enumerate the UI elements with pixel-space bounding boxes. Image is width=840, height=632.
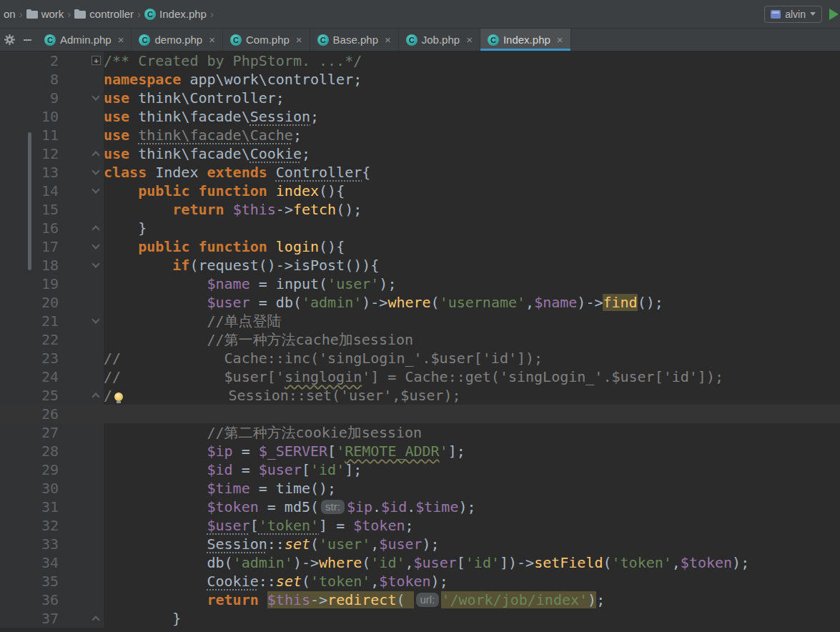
tab-index-php[interactable]: CIndex.php× [480, 29, 571, 51]
code-text[interactable]: /** Created by PhpStorm. ...*/ [104, 51, 840, 70]
code-line-12: 12use think\facade\Cookie; [0, 144, 840, 163]
breadcrumb-separator: › [137, 8, 141, 20]
code-line-36: 36 return $this->redirect( url:'/work/jo… [0, 591, 840, 609]
code-token: -> [276, 201, 293, 218]
fold-up-icon[interactable] [92, 616, 99, 623]
code-line-37: 37 } [0, 609, 840, 628]
tab-job-php[interactable]: CJob.php× [399, 29, 480, 51]
code-token: ; [293, 127, 302, 144]
code-text[interactable]: class Index extends Controller{ [104, 163, 840, 182]
close-icon[interactable]: × [557, 34, 563, 45]
gutter: 27 [0, 423, 104, 442]
run-button[interactable] [829, 9, 839, 20]
tab-admin-php[interactable]: CAdmin.php× [37, 29, 132, 51]
code-text[interactable]: $ip = $_SERVER['REMOTE_ADDR']; [104, 442, 840, 460]
run-configuration-selector[interactable]: alvin [764, 6, 822, 23]
fold-area [59, 126, 104, 144]
code-text[interactable]: db('admin')->where('id',$user['id'])->se… [104, 553, 840, 572]
breadcrumb-label: work [41, 8, 64, 20]
code-text[interactable]: Session::set('user',$user); [104, 535, 840, 553]
fold-up-icon[interactable] [92, 225, 99, 233]
close-icon[interactable]: × [466, 34, 473, 45]
close-icon[interactable]: × [118, 34, 124, 45]
code-text[interactable]: } [104, 219, 840, 237]
code-text[interactable] [104, 405, 840, 423]
code-text[interactable]: return $this->redirect( url:'/work/job/i… [104, 591, 840, 609]
code-text[interactable]: //单点登陆 [104, 312, 840, 330]
code-text[interactable]: namespace app\work\controller; [104, 70, 840, 89]
fold-down-icon[interactable] [92, 167, 99, 174]
breadcrumb-item-on[interactable]: on [1, 6, 18, 21]
code-token: login [276, 238, 319, 255]
breadcrumb-item-index-php[interactable]: CIndex.php [142, 6, 209, 21]
code-token: '] = Cache::get('singLogin_'.$user['id']… [362, 368, 723, 385]
fold-up-icon[interactable] [92, 151, 99, 159]
code-token: -> [310, 591, 327, 608]
scrollbar-thumb[interactable] [28, 132, 31, 270]
php-class-icon: C [317, 34, 329, 46]
fold-down-icon[interactable] [92, 92, 99, 100]
code-text[interactable]: return $this->fetch(); [104, 200, 840, 219]
code-text[interactable]: public function index(){ [104, 182, 840, 200]
fold-up-icon[interactable] [92, 392, 99, 400]
code-line-8: 8namespace app\work\controller; [0, 70, 840, 89]
code-text[interactable]: // $user['singlogin'] = Cache::get('sing… [104, 367, 840, 386]
tab-demo-php[interactable]: Cdemo.php× [132, 29, 222, 51]
code-text[interactable]: //第一种方法cache加session [104, 330, 840, 349]
code-token: // Cache::inc('singLogin_'.$user['id']); [104, 350, 543, 367]
line-number: 19 [0, 275, 59, 293]
code-text[interactable]: // Cache::inc('singLogin_'.$user['id']); [104, 349, 840, 367]
code-text[interactable]: / Session::set('user',$user); [104, 386, 840, 405]
code-token: ); [431, 573, 448, 590]
code-editor[interactable]: 2+/** Created by PhpStorm. ...*/8namespa… [0, 51, 840, 632]
close-icon[interactable]: × [385, 34, 391, 45]
code-text[interactable]: $name = input('user'); [104, 275, 840, 293]
hide-panel-icon[interactable] [24, 39, 31, 41]
fold-down-icon[interactable] [92, 315, 99, 323]
code-token: :: [267, 535, 285, 553]
line-number: 22 [0, 330, 59, 349]
fold-down-icon[interactable] [92, 241, 99, 249]
breadcrumb-item-controller[interactable]: controller [72, 6, 136, 21]
gutter: 8 [0, 70, 104, 89]
code-line-19: 19 $name = input('user'); [0, 275, 840, 293]
fold-area [59, 182, 104, 200]
code-text[interactable]: $user['token'] = $token; [104, 516, 840, 535]
php-class-icon: C [488, 34, 499, 46]
code-token: = [233, 461, 259, 478]
fold-area [59, 275, 104, 293]
code-text[interactable]: use think\Controller; [104, 89, 840, 107]
code-token: $ip [347, 498, 372, 515]
code-token: $user [379, 535, 422, 553]
code-token: { [362, 164, 370, 181]
code-text[interactable]: $id = $user['id']; [104, 460, 840, 479]
tab-com-php[interactable]: CCom.php× [223, 29, 310, 51]
code-text[interactable]: $token = md5(str:$ip.$id.$time); [104, 498, 840, 516]
breadcrumb-item-work[interactable]: work [24, 6, 66, 21]
fold-down-icon[interactable] [92, 260, 99, 267]
code-text[interactable]: Cookie::set('token',$token); [104, 572, 840, 591]
code-text[interactable]: if(request()->isPost()){ [104, 256, 840, 275]
code-text[interactable]: public function login(){ [104, 237, 840, 256]
intention-bulb-icon[interactable] [114, 392, 123, 401]
code-text[interactable]: use think\facade\Cache; [104, 126, 840, 144]
code-text[interactable]: use think\facade\Cookie; [104, 144, 840, 163]
gear-icon[interactable] [4, 34, 15, 45]
tab-base-php[interactable]: CBase.php× [310, 29, 399, 51]
code-token [104, 182, 138, 199]
code-text[interactable]: $user = db('admin')->where('username',$n… [104, 293, 840, 312]
code-token: 'username' [440, 294, 525, 311]
fold-expand-icon[interactable]: + [92, 56, 101, 65]
code-token: 'token' [612, 554, 672, 571]
code-text[interactable]: } [104, 609, 840, 628]
fold-down-icon[interactable] [92, 185, 99, 193]
code-token: set [285, 535, 310, 553]
close-icon[interactable]: × [296, 34, 302, 45]
close-icon[interactable]: × [209, 34, 215, 45]
code-text[interactable]: use think\facade\Session; [104, 107, 840, 126]
code-token: ' [336, 443, 345, 460]
code-text[interactable]: //第二种方法cookie加session [104, 423, 840, 442]
code-line-31: 31 $token = md5(str:$ip.$id.$time); [0, 498, 840, 516]
code-token: think\facade\ [138, 108, 250, 125]
code-text[interactable]: $time = time(); [104, 479, 840, 498]
